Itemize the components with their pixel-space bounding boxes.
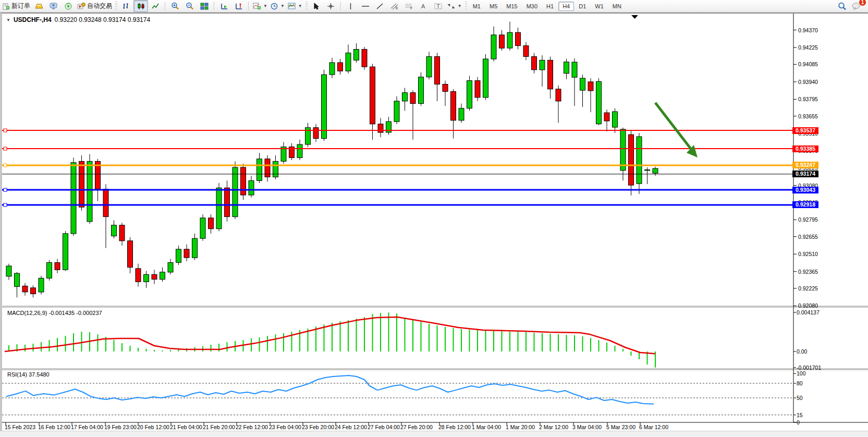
- svg-text:E: E: [396, 6, 398, 10]
- timeframe-button-M1[interactable]: M1: [469, 2, 485, 11]
- rsi-value: 37.5480: [29, 371, 50, 378]
- gold-icon: [35, 3, 43, 10]
- periods-button[interactable]: ▼: [269, 0, 286, 12]
- text-label-icon: T: [434, 3, 443, 10]
- auto-scroll-button[interactable]: [217, 0, 231, 12]
- candle-body: [225, 188, 230, 216]
- crosshair-button[interactable]: [324, 0, 338, 12]
- equidistant-channel-icon: E: [390, 3, 399, 10]
- timeframe-button-D1[interactable]: D1: [574, 2, 590, 11]
- candle-body: [604, 113, 609, 121]
- candle-body: [507, 32, 512, 48]
- candle-body: [216, 188, 222, 229]
- horizontal-line-button[interactable]: [358, 0, 373, 12]
- candle-body: [103, 189, 108, 217]
- new-order-icon: [3, 3, 10, 10]
- candle-body: [249, 180, 254, 195]
- remote-terminal-button[interactable]: [46, 0, 61, 12]
- vertical-line-icon: [348, 3, 353, 10]
- macd-pane-label: MACD(12,26,9) -0.001435 -0.000237: [7, 310, 102, 316]
- candle-body: [588, 82, 593, 91]
- timeframe-button-H4[interactable]: H4: [558, 2, 574, 11]
- timeframe-button-M15[interactable]: M15: [502, 2, 521, 11]
- timeframe-toolbar: M1M5M15M30H1H4D1W1MN: [469, 2, 626, 11]
- candle-body: [394, 101, 399, 122]
- line-anchor: [4, 129, 7, 132]
- signal-icon: [64, 3, 72, 10]
- candle-body: [620, 129, 626, 171]
- candle-body: [556, 89, 561, 101]
- candlestick-chart-button[interactable]: [133, 0, 148, 12]
- toolbar-grip: [115, 2, 117, 10]
- toolbar-separator: [214, 2, 215, 10]
- candle-body: [516, 32, 521, 45]
- svg-text:F: F: [410, 6, 412, 10]
- line-anchor: [4, 188, 7, 191]
- auto-scroll-icon: [221, 3, 228, 10]
- candle-body: [459, 108, 464, 120]
- indicators-button[interactable]: ▼: [251, 0, 269, 12]
- arrows-button[interactable]: ▼: [446, 0, 463, 12]
- search-icon: [838, 2, 847, 10]
- equidistant-channel-button[interactable]: E: [387, 0, 402, 12]
- candle-body: [370, 67, 375, 124]
- collapse-triangle-icon[interactable]: ▼: [6, 18, 10, 22]
- candle-body: [572, 62, 577, 77]
- trendline-button[interactable]: [373, 0, 387, 12]
- bar-chart-icon: [123, 3, 130, 10]
- candle-body: [338, 63, 343, 71]
- clock-icon: [271, 3, 278, 10]
- candle-body: [451, 91, 456, 120]
- svg-text:A: A: [421, 3, 425, 9]
- candle-body: [47, 262, 52, 278]
- zoom-in-button[interactable]: [168, 0, 182, 12]
- candle-body: [233, 167, 238, 217]
- line-anchor: [4, 147, 7, 150]
- timeframe-button-H1[interactable]: H1: [542, 2, 558, 11]
- arrows-icon: [447, 3, 456, 10]
- text-button[interactable]: A: [417, 0, 431, 12]
- signal-button[interactable]: [61, 0, 76, 12]
- templates-button[interactable]: ▼: [286, 0, 304, 12]
- zoom-out-button[interactable]: [182, 0, 197, 12]
- tile-windows-button[interactable]: [197, 0, 212, 12]
- vertical-line-button[interactable]: [344, 0, 358, 12]
- timeframe-button-M30[interactable]: M30: [522, 2, 542, 11]
- candle-body: [322, 75, 327, 138]
- notification-badge: 1: [859, 0, 866, 6]
- bar-chart-button[interactable]: [119, 0, 133, 12]
- chart-title: ▼ USDCHF-,H4 0.93220 0.93248 0.93174 0.9…: [6, 16, 150, 23]
- chart-shift-button[interactable]: [231, 0, 246, 12]
- cursor-button[interactable]: [309, 0, 324, 12]
- line-anchor: [4, 164, 7, 167]
- candlestick-chart-icon: [137, 3, 145, 10]
- autotrade-button[interactable]: 自动交易: [76, 0, 114, 12]
- text-label-button[interactable]: T: [431, 0, 446, 12]
- candle-body: [160, 272, 165, 280]
- gold-button[interactable]: [32, 0, 46, 12]
- rsi-name: RSI(14): [7, 371, 27, 378]
- notifications-button[interactable]: 1: [849, 0, 864, 12]
- candle-body: [200, 218, 205, 238]
- timeframe-button-M5[interactable]: M5: [485, 2, 502, 11]
- candle-body: [273, 161, 278, 177]
- chart-area[interactable]: 0.943700.942250.940850.939400.937950.936…: [2, 14, 868, 431]
- search-button[interactable]: [835, 0, 849, 12]
- candle-body: [378, 124, 383, 132]
- timeframe-button-W1[interactable]: W1: [591, 2, 608, 11]
- new-order-button[interactable]: 新订单: [1, 0, 32, 12]
- candle-body: [209, 218, 214, 229]
- line-chart-button[interactable]: [148, 0, 163, 12]
- candle-body: [653, 168, 658, 173]
- candle-body: [483, 59, 488, 98]
- candle-body: [241, 167, 246, 195]
- candle-body: [192, 238, 198, 258]
- status-bar: [0, 431, 868, 437]
- chart-window: 0.943700.942250.940850.939400.937950.936…: [0, 13, 868, 431]
- candlestick-chart[interactable]: [2, 14, 868, 431]
- timeframe-button-MN[interactable]: MN: [608, 2, 626, 11]
- candle-body: [152, 274, 157, 279]
- line-chart-icon: [152, 3, 160, 10]
- candle-body: [580, 78, 585, 90]
- fibonacci-button[interactable]: F: [402, 0, 417, 12]
